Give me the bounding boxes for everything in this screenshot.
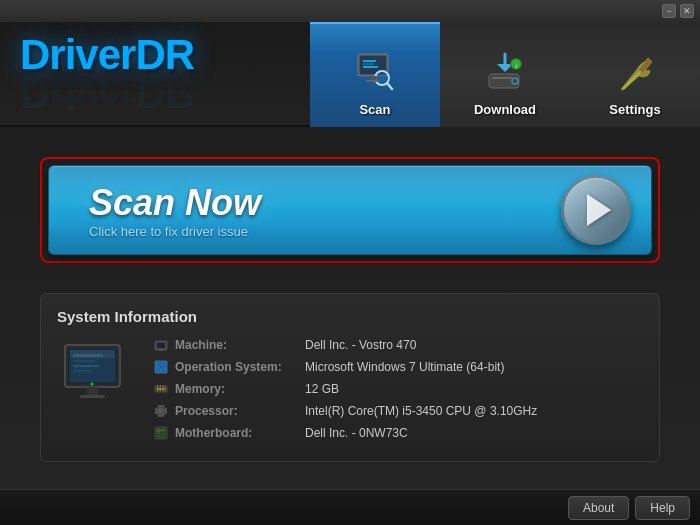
svg-rect-34	[155, 361, 161, 367]
info-row-os: Operation System: Microsoft Windows 7 Ul…	[153, 359, 643, 375]
info-row-memory: Memory: 12 GB	[153, 381, 643, 397]
svg-rect-44	[160, 385, 161, 387]
processor-value: Intel(R) Core(TM) i5-3450 CPU @ 3.10GHz	[305, 404, 537, 418]
help-button[interactable]: Help	[635, 496, 690, 520]
svg-rect-32	[159, 350, 163, 351]
svg-rect-27	[80, 395, 105, 398]
memory-value: 12 GB	[305, 382, 339, 396]
scan-arrow-icon	[561, 175, 631, 245]
svg-rect-31	[157, 343, 165, 348]
scan-text-group: Scan Now Click here to fix driver issue	[89, 182, 261, 239]
svg-rect-23	[73, 360, 95, 362]
processor-label: Processor:	[175, 404, 305, 418]
svg-rect-39	[157, 388, 159, 391]
monitor-icon	[57, 337, 137, 417]
svg-rect-43	[157, 385, 158, 387]
app-container: DriverDR DriverDR	[0, 22, 700, 525]
about-button[interactable]: About	[568, 496, 629, 520]
motherboard-icon	[153, 425, 169, 441]
scan-now-container: Scan Now Click here to fix driver issue	[40, 157, 660, 263]
tab-settings[interactable]: Settings	[570, 22, 700, 127]
svg-rect-62	[162, 429, 165, 431]
title-bar: − ✕	[0, 0, 700, 22]
minimize-button[interactable]: −	[662, 4, 676, 18]
svg-rect-35	[162, 361, 168, 367]
svg-rect-45	[163, 385, 164, 387]
machine-value: Dell Inc. - Vostro 470	[305, 338, 416, 352]
os-value: Microsoft Windows 7 Ultimate (64-bit)	[305, 360, 504, 374]
svg-rect-29	[70, 350, 115, 358]
svg-rect-60	[155, 427, 167, 439]
info-row-processor: Processor: Intel(R) Core(TM) i5-3450 CPU…	[153, 403, 643, 419]
header: DriverDR DriverDR	[0, 22, 700, 127]
scan-tab-icon	[350, 48, 400, 98]
system-info-table: Machine: Dell Inc. - Vostro 470	[153, 337, 643, 447]
system-info-box: System Information	[40, 293, 660, 462]
close-button[interactable]: ✕	[680, 4, 694, 18]
svg-rect-25	[73, 370, 91, 372]
main-content: Scan Now Click here to fix driver issue …	[0, 127, 700, 492]
processor-icon	[153, 403, 169, 419]
download-tab-icon: ↓	[480, 48, 530, 98]
memory-icon	[153, 381, 169, 397]
svg-rect-9	[366, 80, 380, 82]
tab-download[interactable]: ↓ Download	[440, 22, 570, 127]
window-controls: − ✕	[662, 4, 694, 18]
svg-text:↓: ↓	[514, 61, 518, 70]
svg-rect-36	[155, 368, 161, 374]
memory-label: Memory:	[175, 382, 305, 396]
svg-rect-8	[370, 76, 376, 80]
footer: About Help	[0, 489, 700, 525]
svg-rect-63	[157, 434, 165, 437]
nav-tabs: Scan ↓	[310, 22, 700, 127]
svg-rect-41	[162, 388, 164, 391]
svg-rect-24	[73, 365, 99, 367]
scan-tab-label: Scan	[359, 102, 390, 117]
tab-scan[interactable]: Scan	[310, 22, 440, 127]
os-icon	[153, 359, 169, 375]
svg-rect-42	[165, 388, 166, 391]
machine-label: Machine:	[175, 338, 305, 352]
svg-line-7	[387, 83, 392, 89]
svg-rect-47	[159, 409, 164, 414]
svg-point-28	[90, 382, 93, 385]
svg-rect-37	[162, 368, 168, 374]
logo: DriverDR DriverDR	[20, 31, 194, 117]
motherboard-label: Motherboard:	[175, 426, 305, 440]
info-row-machine: Machine: Dell Inc. - Vostro 470	[153, 337, 643, 353]
system-info-title: System Information	[57, 308, 643, 325]
svg-rect-26	[87, 387, 98, 395]
svg-rect-40	[160, 388, 162, 391]
scan-now-subtitle: Click here to fix driver issue	[89, 224, 261, 239]
scan-now-button[interactable]: Scan Now Click here to fix driver issue	[48, 165, 652, 255]
machine-icon	[153, 337, 169, 353]
logo-reflection: DriverDR	[20, 69, 194, 117]
system-info-content: Machine: Dell Inc. - Vostro 470	[57, 337, 643, 447]
svg-line-18	[624, 72, 640, 88]
info-row-motherboard: Motherboard: Dell Inc. - 0NW73C	[153, 425, 643, 441]
os-label: Operation System:	[175, 360, 305, 374]
settings-tab-label: Settings	[609, 102, 660, 117]
svg-rect-61	[157, 429, 160, 432]
svg-rect-11	[492, 77, 512, 79]
motherboard-value: Dell Inc. - 0NW73C	[305, 426, 408, 440]
svg-rect-10	[489, 74, 519, 88]
settings-tab-icon	[610, 48, 660, 98]
download-tab-label: Download	[474, 102, 536, 117]
scan-now-title: Scan Now	[89, 182, 261, 224]
